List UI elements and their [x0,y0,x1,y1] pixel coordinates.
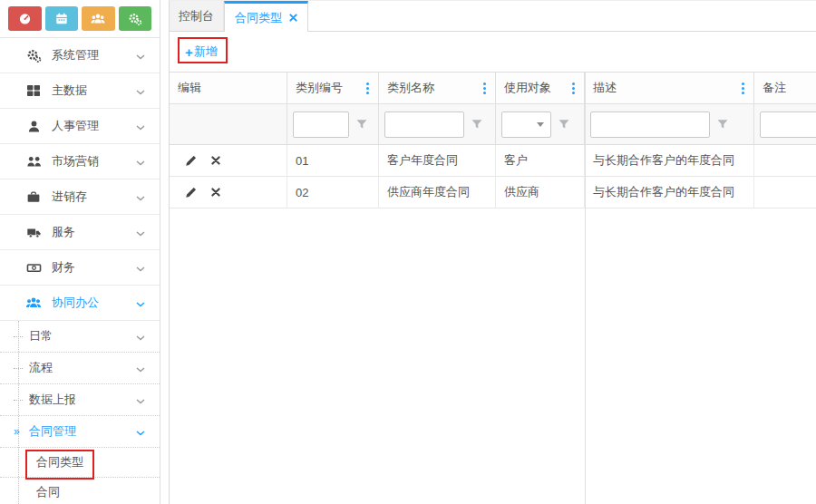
tab-bar: 控制台 合同类型 [170,1,816,32]
quick-buttons-row [0,0,160,38]
chevron-down-icon [136,362,145,375]
sidebar-item-contract[interactable]: 合同 [0,478,160,504]
chevron-down-icon [136,425,145,439]
column-header-edit[interactable]: 编辑 [170,73,287,104]
users-button[interactable] [82,6,115,31]
people-icon [25,155,42,169]
column-title: 类别名称 [387,80,434,96]
column-header-target[interactable]: 使用对象 [496,73,585,104]
sidebar-item-system-management[interactable]: 系统管理 [0,38,160,73]
column-menu-icon[interactable] [481,79,488,98]
chevron-down-icon [136,226,145,239]
column-title: 备注 [763,80,786,96]
table-row: 02 供应商年度合同 供应商 与长期合作客户的年度合同 [170,177,816,208]
cell-name: 客户年度合同 [379,145,496,177]
filter-select-target[interactable] [501,111,551,138]
grid-filter-row [170,104,816,145]
pencil-icon [185,187,197,199]
cell-edit [170,177,287,208]
filter-funnel-button[interactable] [471,118,483,131]
column-title: 编辑 [178,80,201,96]
column-header-name[interactable]: 类别名称 [379,73,496,104]
sidebar-item-finance[interactable]: 财务 [0,250,160,286]
tab-contract-type[interactable]: 合同类型 [224,1,308,32]
cell-target: 供应商 [496,177,585,208]
users-icon [91,13,105,25]
sidebar-item-inventory[interactable]: 进销存 [0,179,160,215]
sidebar-item-label: 合同 [36,484,60,500]
edit-row-button[interactable] [185,187,197,199]
funnel-icon [716,118,729,131]
dashboard-button[interactable] [8,6,42,31]
chevron-down-icon [136,49,145,63]
filter-input-code[interactable] [293,111,349,138]
sidebar-item-label: 合同类型 [36,454,83,470]
cell-target: 客户 [496,145,585,177]
chevron-down-icon [136,296,145,310]
sidebar-item-contract-type[interactable]: 合同类型 [0,448,160,478]
column-title: 描述 [593,80,617,96]
caret-down-icon [537,122,544,127]
add-button-label: 新增 [194,44,218,60]
add-button[interactable]: + 新增 [185,44,218,60]
close-icon[interactable] [289,14,297,22]
settings-button[interactable] [119,6,152,31]
filter-cell-name [379,104,496,145]
tab-console[interactable]: 控制台 [170,1,224,31]
calendar-button[interactable] [45,6,79,31]
sidebar-item-label: 流程 [29,360,53,376]
column-header-code[interactable]: 类别编号 [287,73,379,104]
app-window: 系统管理 主数据 人事管理 市场营销 进销存 [0,0,816,504]
delete-row-button[interactable] [211,156,220,165]
delete-row-button[interactable] [211,188,220,197]
chevron-down-icon [136,120,145,133]
sidebar-item-daily[interactable]: 日常 [0,321,160,353]
sidebar-item-workflow[interactable]: 流程 [0,353,160,384]
filter-cell-target [496,104,585,145]
main-panel: 控制台 合同类型 + 新增 编辑 类别编号 [169,0,816,504]
column-title: 类别编号 [296,80,343,96]
chevron-down-icon [136,84,145,98]
sidebar-item-marketing[interactable]: 市场营销 [0,144,160,179]
cell-edit [170,145,287,177]
column-menu-icon[interactable] [364,79,371,98]
sidebar-item-hr-management[interactable]: 人事管理 [0,109,160,144]
filter-funnel-button[interactable] [355,118,368,131]
sidebar: 系统管理 主数据 人事管理 市场营销 进销存 [0,0,160,504]
filter-funnel-button[interactable] [716,118,729,131]
sidebar-item-label: 主数据 [52,82,87,99]
column-header-remark[interactable]: 备注 [754,73,816,104]
sidebar-item-data-report[interactable]: 数据上报 [0,384,160,416]
sidebar-item-collaboration[interactable]: 协同办公 [0,286,160,321]
tab-label: 控制台 [179,8,214,24]
chevron-down-icon [136,393,145,407]
truck-icon [25,226,42,239]
dashboard-icon [18,12,32,25]
column-menu-icon[interactable] [740,79,746,98]
column-menu-icon[interactable] [570,79,577,98]
banknote-icon [25,261,42,275]
column-title: 使用对象 [504,80,551,96]
filter-cell-edit [170,104,287,145]
filter-input-description[interactable] [590,111,710,138]
filter-funnel-button[interactable] [558,118,570,131]
chevron-down-icon [136,190,145,204]
collaboration-submenu: 日常 流程 数据上报 » 合同管理 [0,321,160,504]
filter-input-remark[interactable] [760,111,816,138]
users-group-icon [25,296,42,310]
sidebar-item-service[interactable]: 服务 [0,215,160,250]
data-grid: 编辑 类别编号 类别名称 使用对象 描述 [170,72,816,504]
table-row: 01 客户年度合同 客户 与长期合作客户的年度合同 [170,145,816,177]
sidebar-item-contract-management[interactable]: » 合同管理 [0,416,160,448]
cell-description: 与长期合作客户的年度合同 [585,145,754,177]
column-header-description[interactable]: 描述 [585,73,754,104]
sidebar-item-master-data[interactable]: 主数据 [0,73,160,109]
tree-dash-icon [14,368,23,369]
funnel-icon [471,118,483,131]
double-arrow-icon: » [14,426,29,437]
briefcase-icon [25,190,42,204]
edit-row-button[interactable] [185,155,197,167]
filter-input-name[interactable] [384,111,464,138]
tree-dash-icon [14,400,23,401]
cell-name: 供应商年度合同 [379,177,496,208]
